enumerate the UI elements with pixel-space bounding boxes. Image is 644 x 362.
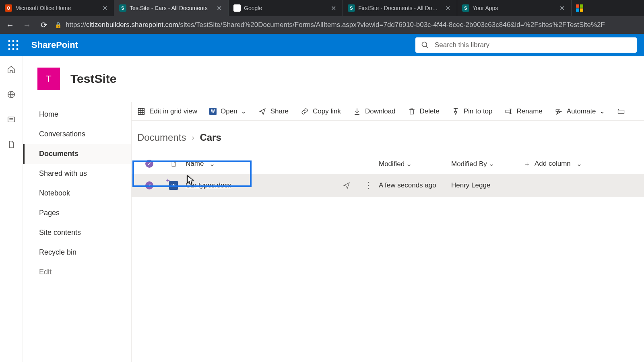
modifiedby-column-header[interactable]: Modified By⌄	[451, 160, 524, 168]
globe-icon[interactable]	[7, 90, 16, 101]
flow-icon	[555, 107, 563, 115]
automate-button[interactable]: Automate ⌄	[555, 107, 605, 115]
copy-link-button[interactable]: Copy link	[301, 107, 341, 115]
nav-documents[interactable]: Documents	[23, 144, 131, 164]
file-icon[interactable]	[7, 140, 16, 150]
type-column[interactable]	[161, 159, 186, 168]
site-header: T TestSite	[23, 56, 644, 102]
search-icon	[421, 41, 429, 49]
browser-tab[interactable]: O Microsoft Office Home ✕	[0, 0, 114, 16]
modified-cell: A few seconds ago	[379, 181, 451, 189]
site-title: TestSite	[70, 72, 116, 86]
address-bar: ← → ⟳ 🔒 https://citizenbuilders.sharepoi…	[0, 16, 644, 34]
svg-point-2	[17, 40, 19, 42]
sharepoint-icon: S	[348, 4, 355, 12]
browser-tab-strip: O Microsoft Office Home ✕ S TestSite - C…	[0, 0, 644, 16]
breadcrumb-parent[interactable]: Documents	[137, 132, 186, 143]
svg-point-1	[12, 40, 14, 42]
nav-edit[interactable]: Edit	[23, 262, 131, 282]
home-icon[interactable]	[7, 65, 16, 76]
modified-column-header[interactable]: Modified⌄	[379, 160, 451, 168]
chevron-down-icon: ⌄	[599, 107, 605, 115]
browser-tab[interactable]: G Google ✕	[229, 0, 343, 16]
new-indicator-icon: ✦	[166, 178, 170, 183]
nav-pages[interactable]: Pages	[23, 203, 131, 223]
svg-rect-15	[138, 108, 144, 114]
document-library: Edit in grid view W Open ⌄ Share Copy li…	[132, 102, 644, 362]
product-name[interactable]: SharePoint	[31, 40, 78, 50]
more-icon	[617, 107, 625, 115]
search-box[interactable]	[415, 37, 637, 53]
rename-button[interactable]: Rename	[505, 107, 543, 115]
file-name-link[interactable]: Car types.docx	[186, 181, 231, 189]
close-icon[interactable]: ✕	[215, 4, 223, 12]
close-icon[interactable]: ✕	[101, 4, 109, 12]
chevron-down-icon: ⌄	[209, 160, 215, 168]
overflow-button[interactable]	[617, 107, 625, 115]
forward-button[interactable]: →	[21, 19, 33, 31]
back-button[interactable]: ←	[4, 19, 16, 31]
command-bar: Edit in grid view W Open ⌄ Share Copy li…	[132, 102, 644, 121]
app-launcher-icon[interactable]	[7, 39, 19, 51]
name-column-header[interactable]: Name⌄	[186, 160, 334, 168]
nav-conversations[interactable]: Conversations	[23, 124, 131, 144]
url-field[interactable]: 🔒 https://citizenbuilders.sharepoint.com…	[55, 21, 640, 29]
delete-button[interactable]: Delete	[408, 107, 440, 115]
close-icon[interactable]: ✕	[444, 4, 452, 12]
add-column-button[interactable]: ＋Add column⌄	[524, 159, 638, 169]
svg-point-8	[17, 48, 19, 50]
ms-logo	[572, 0, 588, 16]
close-icon[interactable]: ✕	[558, 4, 566, 12]
share-button[interactable]: Share	[258, 107, 289, 115]
url-text: https://citizenbuilders.sharepoint.com/s…	[66, 21, 605, 29]
download-button[interactable]: Download	[353, 107, 396, 115]
nav-home[interactable]: Home	[23, 105, 131, 124]
google-icon: G	[233, 4, 241, 12]
svg-point-9	[422, 42, 427, 47]
share-row-button[interactable]	[334, 181, 359, 189]
svg-point-0	[8, 40, 10, 42]
svg-point-3	[8, 44, 10, 46]
svg-rect-12	[8, 117, 15, 122]
browser-tab[interactable]: S FirstSite - Documents - All Docu… ✕	[343, 0, 457, 16]
download-icon	[353, 107, 361, 115]
row-checkbox[interactable]: ✓	[137, 181, 161, 189]
search-input[interactable]	[435, 41, 631, 49]
share-icon	[258, 107, 266, 115]
modifiedby-cell: Henry Legge	[451, 181, 524, 189]
tab-title: FirstSite - Documents - All Docu…	[358, 5, 440, 11]
pin-button[interactable]: Pin to top	[452, 107, 493, 115]
browser-tab[interactable]: S Your Apps ✕	[457, 0, 572, 16]
row-more-button[interactable]: ⋮	[359, 180, 379, 191]
nav-recycle-bin[interactable]: Recycle bin	[23, 243, 131, 262]
tab-title: Google	[244, 5, 326, 11]
svg-point-6	[8, 48, 10, 50]
list-header: ✓ Name⌄ Modified⌄ Modified By⌄ ＋Add colu…	[132, 154, 644, 174]
link-icon	[301, 107, 309, 115]
plus-icon: ＋	[524, 159, 530, 169]
svg-point-7	[12, 48, 14, 50]
browser-tab-active[interactable]: S TestSite - Cars - All Documents ✕	[114, 0, 229, 16]
site-logo[interactable]: T	[37, 68, 60, 90]
edit-grid-button[interactable]: Edit in grid view	[137, 107, 197, 115]
pin-icon	[452, 107, 460, 115]
breadcrumb-current: Cars	[200, 132, 221, 143]
news-icon[interactable]	[7, 115, 16, 125]
list-row[interactable]: ✓ W✦ Car types.docx ⋮ A few seconds ago …	[132, 174, 644, 197]
word-icon: W	[209, 108, 217, 115]
office-icon: O	[5, 4, 12, 12]
open-button[interactable]: W Open ⌄	[209, 107, 246, 115]
breadcrumb: Documents › Cars	[132, 121, 644, 154]
nav-shared[interactable]: Shared with us	[23, 164, 131, 183]
chevron-down-icon: ⌄	[406, 160, 412, 168]
reload-button[interactable]: ⟳	[38, 19, 50, 31]
nav-site-contents[interactable]: Site contents	[23, 223, 131, 243]
select-all[interactable]: ✓	[137, 160, 161, 168]
chevron-down-icon: ⌄	[576, 160, 582, 168]
nav-notebook[interactable]: Notebook	[23, 183, 131, 203]
svg-point-5	[17, 44, 19, 46]
tab-title: Your Apps	[473, 5, 555, 11]
app-rail	[0, 56, 23, 362]
close-icon[interactable]: ✕	[329, 4, 338, 12]
file-type-icon: W✦	[161, 181, 186, 190]
